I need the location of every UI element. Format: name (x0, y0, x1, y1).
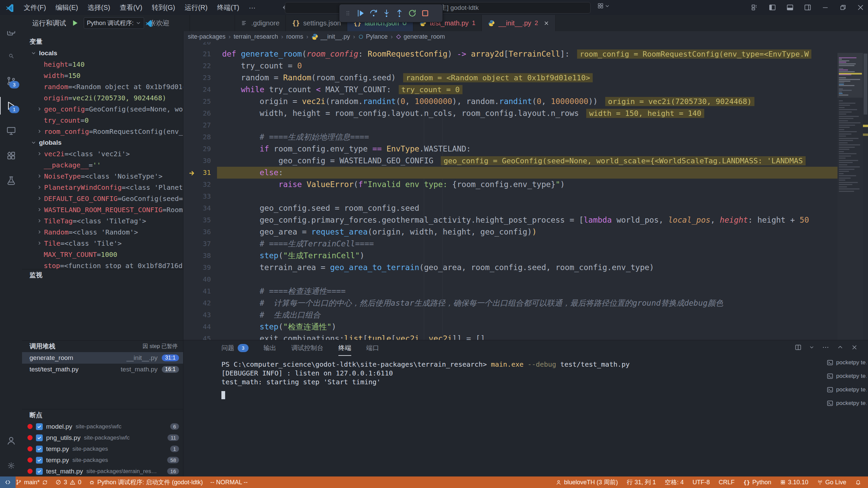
start-debugging-button[interactable] (71, 19, 79, 27)
line-number[interactable]: 38 (183, 250, 211, 262)
variable-row[interactable]: room_config = RoomRequestConfig(env_t… (22, 126, 183, 137)
breakpoints-section-header[interactable]: 断点 (22, 409, 183, 421)
menu-more-button[interactable]: ··· (244, 0, 260, 15)
line-number[interactable]: 27 (183, 119, 211, 131)
breakpoint-checkbox[interactable] (36, 423, 43, 430)
notifications-bell[interactable] (855, 479, 861, 485)
close-icon[interactable] (853, 0, 868, 15)
breakpoint-row[interactable]: model.pysite-packages\wfc6 (22, 421, 183, 432)
activity-account-icon[interactable] (0, 432, 22, 449)
variable-row[interactable]: origin = vec2i(7205730, 9024468) (22, 92, 183, 103)
line-number[interactable]: 28 (183, 131, 211, 143)
variable-row[interactable]: WASTELAND_ROOM_REQUEST_CONFIG = RoomR… (22, 204, 183, 215)
breakpoint-row[interactable]: png_utils.pysite-packages\wfc11 (22, 432, 183, 443)
python-interpreter-status[interactable]: 3.10.10 (780, 479, 808, 486)
activity-remote-explorer-icon[interactable] (0, 122, 22, 140)
menu-item-4[interactable]: 查看(V) (115, 0, 147, 15)
problems-status[interactable]: 30 (55, 479, 81, 486)
cursor-position-status[interactable]: 行 31, 列 1 (627, 478, 656, 486)
breadcrumb-item[interactable]: generate_room (396, 33, 445, 40)
terminal-instance[interactable]: pocketpy te… (827, 356, 867, 369)
line-number[interactable]: 32 (183, 179, 211, 190)
debug-config-dropdown[interactable]: Python 调试程序: 启 (84, 17, 144, 29)
line-number[interactable]: 22 (183, 60, 211, 72)
breakpoint-row[interactable]: temp.pysite-packages1 (22, 443, 183, 454)
debug-toolbar-grip[interactable] (341, 6, 354, 20)
stack-frame[interactable]: generate_room__init__.py31:1 (22, 352, 183, 364)
breadcrumb-item[interactable]: rooms (286, 33, 303, 40)
line-number[interactable]: 25 (183, 96, 211, 107)
line-number[interactable]: 42 (183, 297, 211, 309)
panel-tab-问题[interactable]: 问题3 (221, 340, 249, 356)
terminal-instance[interactable]: pocketpy te… (827, 396, 867, 410)
language-mode-status[interactable]: {}Python (744, 479, 771, 486)
stack-frame[interactable]: test/test_math.pytest_math.py16:1 (22, 364, 183, 375)
terminal-instance[interactable]: pocketpy te… (827, 369, 867, 383)
variable-row[interactable]: TileTag = <class 'TileTag'> (22, 215, 183, 226)
line-number[interactable]: 31 (183, 167, 211, 179)
breadcrumb-item[interactable]: terrain_research (234, 33, 278, 40)
menu-item-7[interactable]: 终端(T) (212, 0, 244, 15)
line-number[interactable]: 39 (183, 262, 211, 273)
more-actions-icon[interactable] (822, 344, 829, 352)
variable-row[interactable]: Random = <class 'Random'> (22, 226, 183, 238)
line-number[interactable]: 35 (183, 214, 211, 226)
tab-.gdignore[interactable]: .gdignore (235, 15, 286, 31)
variable-row[interactable]: try_count = 0 (22, 115, 183, 126)
menu-item-2[interactable]: 编辑(E) (51, 0, 83, 15)
tab-close-icon[interactable] (544, 20, 549, 26)
git-branch-status[interactable]: main* (16, 479, 48, 486)
activity-testing-icon[interactable] (0, 172, 22, 189)
line-number[interactable]: 24 (183, 84, 211, 96)
line-number[interactable]: 43 (183, 309, 211, 321)
activity-search-icon[interactable] (0, 47, 22, 65)
panel-tab-调试控制台[interactable]: 调试控制台 (291, 340, 323, 356)
variable-row[interactable]: width = 150 (22, 70, 183, 81)
menu-item-3[interactable]: 选择(S) (83, 0, 115, 15)
line-number[interactable]: 44 (183, 321, 211, 333)
line-number[interactable]: 33 (183, 190, 211, 202)
menu-item-1[interactable]: 文件(F) (19, 0, 51, 15)
indentation-status[interactable]: 空格: 4 (665, 478, 684, 486)
watch-section-header[interactable]: 监视 (22, 269, 183, 281)
minimize-icon[interactable] (818, 0, 833, 15)
activity-settings-gear-icon[interactable] (0, 457, 22, 474)
line-number[interactable]: 21 (183, 48, 211, 60)
menu-item-5[interactable]: 转到(G) (147, 0, 180, 15)
breakpoint-checkbox[interactable] (36, 468, 43, 475)
maximize-panel-icon[interactable] (837, 344, 844, 352)
line-number[interactable]: 30 (183, 155, 211, 167)
toggle-panel-icon[interactable] (783, 0, 797, 15)
line-number[interactable]: 29 (183, 143, 211, 155)
variable-row[interactable]: stop = <function stop at 0x1bf8d716d (22, 260, 183, 269)
line-number[interactable]: 37 (183, 238, 211, 250)
tab-[interactable]: 欢迎 (139, 15, 190, 31)
eol-status[interactable]: CRLF (719, 479, 735, 486)
terminal-output[interactable]: PS C:\computer_science\godot-ldtk\site-p… (221, 360, 811, 399)
line-number[interactable]: 41 (183, 285, 211, 297)
variable-row[interactable]: vec2i = <class 'vec2i'> (22, 148, 183, 159)
panel-tab-终端[interactable]: 终端 (338, 340, 351, 356)
minimap[interactable] (837, 53, 863, 340)
activity-extensions-icon[interactable] (0, 147, 22, 164)
variables-section-header[interactable]: 变量 (22, 36, 183, 47)
breakpoint-row[interactable]: test_math.pysite-packages\terrain_res…16 (22, 466, 183, 476)
git-blame-status[interactable]: blueloveTH (3 周前) (556, 478, 618, 486)
panel-tab-输出[interactable]: 输出 (263, 340, 276, 356)
variable-row[interactable]: Tile = <class 'Tile'> (22, 238, 183, 249)
line-number[interactable]: 23 (183, 72, 211, 84)
restore-icon[interactable] (835, 0, 850, 15)
layout-grid-dropdown[interactable] (597, 3, 610, 9)
restart-button[interactable] (406, 6, 419, 20)
variables-group-locals[interactable]: locals (22, 47, 183, 59)
variable-row[interactable]: NoiseType = <class 'NoiseType'> (22, 170, 183, 182)
go-live-status[interactable]: Go Live (817, 479, 846, 486)
terminal-instance[interactable]: pocketpy te… (827, 383, 867, 396)
breakpoint-checkbox[interactable] (36, 434, 43, 441)
panel-tab-端口[interactable]: 端口 (366, 340, 379, 356)
variables-group-globals[interactable]: globals (22, 137, 183, 148)
close-panel-icon[interactable] (851, 344, 858, 352)
breadcrumb-item[interactable]: site-packages (188, 33, 225, 40)
variable-row[interactable]: height = 140 (22, 59, 183, 70)
variable-row[interactable]: geo_config = GeoConfig(seed=None, wor… (22, 103, 183, 115)
